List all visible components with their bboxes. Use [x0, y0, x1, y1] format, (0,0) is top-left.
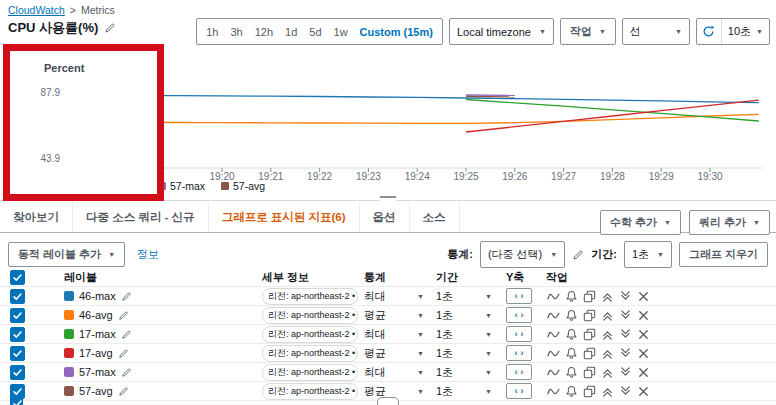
graph-metric-icon[interactable] [546, 289, 561, 304]
refresh-interval-dropdown[interactable]: 10초 ▼ [722, 19, 769, 44]
period-global-dropdown[interactable]: 1초 ▼ [624, 241, 672, 268]
period-dropdown[interactable]: 1초 ▼ [432, 327, 502, 342]
graph-metric-icon[interactable] [546, 346, 561, 361]
duplicate-metric-icon[interactable] [582, 308, 597, 323]
y-axis-toggle[interactable]: ‹ › [506, 326, 532, 342]
move-up-icon[interactable] [600, 289, 615, 304]
statistic-dropdown[interactable]: 평균 ▼ [358, 308, 432, 323]
time-range-1w[interactable]: 1w [328, 26, 354, 38]
row-checkbox[interactable] [10, 327, 25, 342]
y-axis-toggle[interactable]: ‹ › [506, 364, 532, 380]
move-down-icon[interactable] [618, 327, 633, 342]
move-up-icon[interactable] [600, 327, 615, 342]
breadcrumb-cloudwatch-link[interactable]: CloudWatch [8, 4, 65, 16]
remove-metric-icon[interactable] [636, 346, 651, 361]
edit-label-icon[interactable] [118, 386, 129, 397]
partial-row-checkbox[interactable] [10, 396, 23, 405]
create-alarm-icon[interactable] [564, 384, 579, 399]
time-range-custom[interactable]: Custom (15m) [354, 26, 439, 38]
move-up-icon[interactable] [600, 346, 615, 361]
duplicate-metric-icon[interactable] [582, 289, 597, 304]
add-math-button[interactable]: 수학 추가 ▼ [600, 210, 681, 235]
statistic-dropdown[interactable]: 최대 ▼ [358, 289, 432, 304]
metric-details-editor[interactable]: 리전: ap-northeast-2 • EC2 • CPUUtilizatic [262, 288, 358, 305]
create-alarm-icon[interactable] [564, 289, 579, 304]
move-up-icon[interactable] [600, 308, 615, 323]
move-down-icon[interactable] [618, 365, 633, 380]
edit-label-icon[interactable] [118, 348, 129, 359]
remove-metric-icon[interactable] [636, 289, 651, 304]
edit-title-icon[interactable] [104, 22, 116, 34]
statistic-dropdown[interactable]: 최대 ▼ [358, 365, 432, 380]
graph-metric-icon[interactable] [546, 327, 561, 342]
info-link[interactable]: 정보 [137, 247, 159, 262]
statistic-dropdown[interactable]: 최대 ▼ [358, 327, 432, 342]
statistic-dropdown[interactable]: 평균 ▼ [358, 346, 432, 361]
create-alarm-icon[interactable] [564, 308, 579, 323]
remove-metric-icon[interactable] [636, 384, 651, 399]
period-dropdown[interactable]: 1초 ▼ [432, 346, 502, 361]
duplicate-metric-icon[interactable] [582, 365, 597, 380]
time-range-1d[interactable]: 1d [279, 26, 303, 38]
edit-label-icon[interactable] [121, 291, 132, 302]
duplicate-metric-icon[interactable] [582, 384, 597, 399]
period-dropdown[interactable]: 1초 ▼ [432, 289, 502, 304]
tab-multi-source-query[interactable]: 다중 소스 쿼리 - 신규 [73, 202, 209, 232]
metric-details-editor[interactable]: 리전: ap-northeast-2 • EC2 • CPUUtilizatic [262, 364, 358, 381]
timezone-dropdown[interactable]: Local timezone ▼ [449, 18, 554, 45]
horizontal-scrollbar-thumb[interactable] [377, 397, 399, 405]
metric-details-editor[interactable]: 리전: ap-northeast-2 • EC2 • CPUUtilizatic [262, 383, 358, 400]
create-alarm-icon[interactable] [564, 365, 579, 380]
statistic-global-dropdown[interactable]: (다중 선택) ▼ [480, 241, 565, 268]
legend-item[interactable]: 57-avg [221, 180, 265, 192]
actions-dropdown[interactable]: 작업 ▼ [560, 18, 616, 45]
graph-metric-icon[interactable] [546, 365, 561, 380]
row-checkbox[interactable] [10, 365, 25, 380]
legend-item[interactable]: 57-max [158, 180, 205, 192]
time-range-12h[interactable]: 12h [249, 26, 279, 38]
time-range-3h[interactable]: 3h [224, 26, 248, 38]
remove-metric-icon[interactable] [636, 308, 651, 323]
edit-label-icon[interactable] [121, 329, 132, 340]
move-down-icon[interactable] [618, 289, 633, 304]
graph-metric-icon[interactable] [546, 384, 561, 399]
graph-metric-icon[interactable] [546, 308, 561, 323]
move-down-icon[interactable] [618, 346, 633, 361]
time-range-5d[interactable]: 5d [303, 26, 327, 38]
add-query-button[interactable]: 쿼리 추가 ▼ [689, 210, 770, 235]
edit-label-icon[interactable] [118, 310, 129, 321]
dynamic-label-button[interactable]: 동적 레이블 추가 ▼ [8, 242, 125, 267]
refresh-button[interactable] [697, 19, 722, 44]
metric-details-editor[interactable]: 리전: ap-northeast-2 • EC2 • CPUUtilizatic [262, 345, 358, 362]
edit-statistic-icon[interactable] [572, 249, 584, 261]
y-axis-toggle[interactable]: ‹ › [506, 307, 532, 323]
metric-details-editor[interactable]: 리전: ap-northeast-2 • EC2 • CPUUtilizatic [262, 307, 358, 324]
move-up-icon[interactable] [600, 365, 615, 380]
tab-source[interactable]: 소스 [410, 202, 460, 232]
tab-options[interactable]: 옵션 [360, 202, 410, 232]
y-axis-toggle[interactable]: ‹ › [506, 383, 532, 399]
period-dropdown[interactable]: 1초 ▼ [432, 384, 502, 399]
remove-metric-icon[interactable] [636, 327, 651, 342]
row-checkbox[interactable] [10, 346, 25, 361]
tab-browse[interactable]: 찾아보기 [0, 202, 73, 232]
row-checkbox[interactable] [10, 289, 25, 304]
create-alarm-icon[interactable] [564, 346, 579, 361]
row-checkbox[interactable] [10, 308, 25, 323]
duplicate-metric-icon[interactable] [582, 346, 597, 361]
y-axis-toggle[interactable]: ‹ › [506, 345, 532, 361]
clear-graph-button[interactable]: 그래프 지우기 [679, 242, 768, 267]
edit-label-icon[interactable] [121, 367, 132, 378]
time-range-1h[interactable]: 1h [200, 26, 224, 38]
create-alarm-icon[interactable] [564, 327, 579, 342]
graph-type-dropdown[interactable]: 선 ▼ [622, 18, 690, 45]
duplicate-metric-icon[interactable] [582, 327, 597, 342]
remove-metric-icon[interactable] [636, 365, 651, 380]
period-dropdown[interactable]: 1초 ▼ [432, 308, 502, 323]
y-axis-toggle[interactable]: ‹ › [506, 288, 532, 304]
move-up-icon[interactable] [600, 384, 615, 399]
period-dropdown[interactable]: 1초 ▼ [432, 365, 502, 380]
select-all-checkbox[interactable] [10, 270, 25, 285]
move-down-icon[interactable] [618, 384, 633, 399]
tab-graphed-metrics[interactable]: 그래프로 표시된 지표(6) [209, 202, 360, 232]
